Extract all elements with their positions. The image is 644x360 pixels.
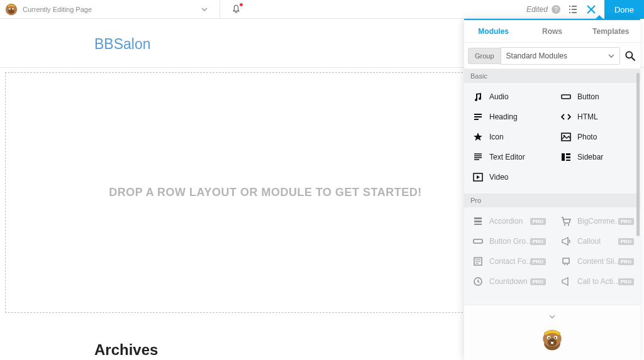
pro-badge: PRO [530, 238, 546, 245]
svg-point-4 [626, 52, 632, 58]
module-icon[interactable]: Icon [464, 127, 552, 147]
module-sidebar[interactable]: Sidebar [552, 147, 640, 167]
page-dropdown-chevron-icon[interactable] [201, 6, 208, 13]
notification-dot [240, 3, 243, 6]
done-button[interactable]: Done [604, 0, 644, 19]
module-label: Icon [489, 133, 504, 141]
button-icon [473, 236, 483, 246]
svg-point-30 [555, 337, 556, 338]
module-button[interactable]: Button [552, 87, 640, 107]
module-label: Heading [489, 112, 518, 121]
module-label: Text Editor [489, 153, 525, 161]
panel-body: Basic Audio Button Heading HTML Icon Pho… [464, 69, 640, 305]
page-title[interactable]: BBSalon [94, 36, 151, 53]
tab-rows[interactable]: Rows [523, 20, 581, 42]
svg-point-16 [564, 224, 565, 226]
module-accordion[interactable]: AccordionPRO [464, 211, 552, 231]
module-group-select[interactable]: Standard Modules [501, 47, 620, 65]
pro-badge: PRO [530, 258, 546, 265]
drop-zone-hint: DROP A ROW LAYOUT OR MODULE TO GET START… [109, 186, 422, 199]
svg-rect-13 [474, 217, 482, 219]
module-call-to-action[interactable]: Call to Acti…PRO [552, 271, 640, 292]
footer-chevron-icon[interactable] [548, 312, 557, 321]
module-countdown[interactable]: CountdownPRO [464, 271, 552, 292]
button-icon [561, 92, 571, 102]
photo-icon [561, 132, 571, 142]
svg-point-2 [9, 8, 11, 9]
module-text-editor[interactable]: Text Editor [464, 147, 552, 167]
svg-rect-9 [566, 153, 570, 155]
svg-rect-11 [566, 160, 570, 161]
module-select-value: Standard Modules [506, 52, 567, 60]
svg-rect-18 [474, 239, 482, 243]
module-label: Video [489, 173, 508, 182]
tab-templates[interactable]: Templates [582, 20, 640, 42]
panel-tabs: Modules Rows Templates [464, 20, 640, 43]
search-icon[interactable] [624, 50, 636, 62]
star-icon [473, 132, 483, 142]
pro-badge: PRO [618, 258, 634, 265]
basic-module-grid: Audio Button Heading HTML Icon Photo Tex… [464, 83, 640, 194]
module-contact-form[interactable]: Contact Fo…PRO [464, 251, 552, 271]
chevron-down-icon [608, 53, 614, 59]
pro-badge: PRO [530, 278, 546, 285]
pro-badge: PRO [618, 218, 634, 225]
top-toolbar: Currently Editing Page Edited ? Done [0, 0, 644, 19]
module-label: Button Gro… [489, 237, 533, 246]
close-panel-icon[interactable] [586, 4, 597, 15]
help-icon[interactable]: ? [552, 5, 560, 14]
pro-badge: PRO [530, 218, 546, 225]
module-label: Audio [489, 92, 509, 101]
notifications-bell-icon[interactable] [231, 4, 241, 14]
svg-rect-20 [563, 258, 569, 263]
group-filter-button[interactable]: Group [468, 48, 501, 64]
pro-module-grid: AccordionPRO BigComme…PRO Button Gro…PRO… [464, 207, 640, 298]
pro-badge: PRO [618, 238, 634, 245]
module-content-slider[interactable]: Content Sli…PRO [552, 251, 640, 271]
editing-page-label: Currently Editing Page [23, 6, 92, 13]
panel-filter-row: Group Standard Modules [464, 43, 640, 69]
archives-heading: Archives [94, 341, 158, 359]
module-bigcommerce[interactable]: BigComme…PRO [552, 211, 640, 231]
svg-point-28 [548, 337, 550, 338]
module-callout[interactable]: CalloutPRO [552, 231, 640, 251]
code-icon [561, 112, 571, 122]
module-label: HTML [577, 112, 598, 121]
svg-rect-15 [474, 224, 482, 225]
module-label: Callout [577, 237, 601, 246]
section-pro-header: Pro [464, 194, 640, 207]
accordion-icon [473, 216, 483, 226]
svg-rect-14 [474, 221, 482, 222]
svg-rect-8 [562, 153, 565, 161]
module-html[interactable]: HTML [552, 107, 640, 127]
module-label: BigComme… [577, 217, 622, 226]
beaver-logo-small-icon [5, 3, 18, 16]
form-icon [473, 256, 483, 266]
slider-icon [561, 256, 571, 266]
module-heading[interactable]: Heading [464, 107, 552, 127]
svg-rect-32 [551, 341, 553, 344]
module-video[interactable]: Video [464, 167, 552, 187]
module-audio[interactable]: Audio [464, 87, 552, 107]
cart-icon [561, 216, 571, 226]
music-icon [473, 92, 483, 102]
editor-stage: BBSalon DROP A ROW LAYOUT OR MODULE TO G… [0, 19, 644, 360]
module-label: Sidebar [577, 153, 603, 161]
module-button-group[interactable]: Button Gro…PRO [464, 231, 552, 251]
beaver-logo-icon [538, 326, 566, 354]
svg-point-22 [567, 264, 568, 265]
section-basic-header: Basic [464, 69, 640, 83]
outline-icon[interactable] [568, 4, 578, 14]
tab-modules[interactable]: Modules [464, 20, 523, 42]
heading-icon [473, 112, 483, 122]
module-label: Call to Acti… [577, 277, 621, 286]
pro-badge: PRO [618, 278, 634, 285]
modules-panel: Modules Rows Templates Group Standard Mo… [464, 19, 640, 360]
module-label: Contact Fo… [489, 257, 534, 266]
topbar-right: Edited ? Done [526, 0, 644, 19]
svg-rect-10 [566, 156, 570, 158]
video-icon [473, 172, 483, 182]
panel-footer [464, 305, 640, 360]
module-photo[interactable]: Photo [552, 127, 640, 147]
edited-status: Edited [526, 5, 548, 14]
